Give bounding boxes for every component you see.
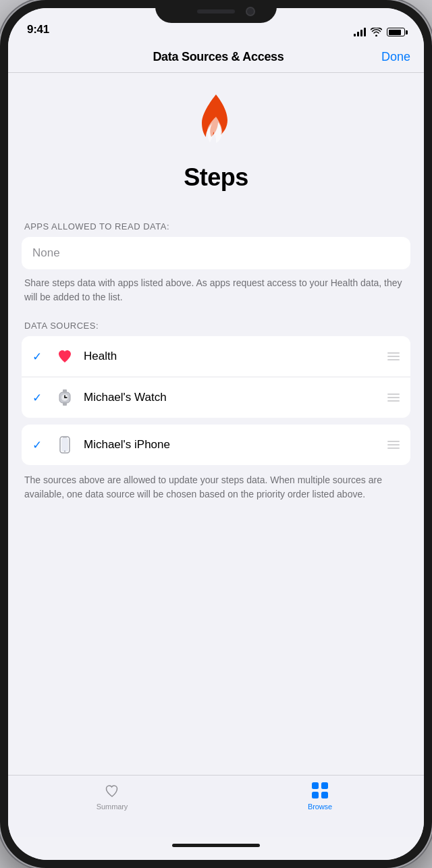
wifi-icon (371, 28, 382, 36)
phone-frame: 9:41 (0, 0, 432, 868)
signal-icon (354, 28, 366, 36)
summary-icon (103, 781, 122, 800)
battery-icon (387, 28, 405, 36)
health-drag-handle[interactable] (387, 352, 400, 360)
browse-tab-label: Browse (308, 803, 332, 811)
health-source-name: Health (84, 350, 379, 363)
tab-summary[interactable]: Summary (8, 781, 216, 811)
metric-title: Steps (184, 163, 248, 192)
apps-list-card: None (22, 237, 410, 269)
browse-icon (310, 781, 329, 800)
svg-rect-2 (63, 402, 67, 406)
done-button[interactable]: Done (381, 50, 410, 64)
iphone-source-name: Michael's iPhone (84, 438, 379, 452)
apps-description: Share steps data with apps listed above.… (22, 269, 410, 304)
iphone-checkmark: ✓ (32, 438, 46, 452)
camera (246, 7, 255, 16)
health-checkmark: ✓ (32, 350, 46, 364)
home-indicator-area (8, 837, 424, 860)
watch-icon-wrapper (54, 387, 76, 408)
sources-gap (22, 418, 410, 425)
svg-rect-11 (321, 782, 328, 789)
svg-rect-7 (61, 438, 68, 452)
data-sources-section: DATA SOURCES: ✓ Health (8, 304, 424, 515)
svg-rect-9 (63, 437, 67, 438)
speaker (197, 9, 235, 13)
nav-title: Data Sources & Access (153, 50, 284, 64)
source-health-row: ✓ Health (22, 336, 410, 377)
svg-rect-12 (312, 792, 319, 798)
none-item: None (22, 237, 410, 269)
nav-header: Data Sources & Access Done (8, 42, 424, 73)
sources-group-1: ✓ Health (22, 336, 410, 418)
svg-rect-13 (321, 792, 328, 798)
tab-browse[interactable]: Browse (216, 781, 424, 811)
watch-checkmark: ✓ (32, 391, 46, 405)
health-icon-wrapper (54, 346, 76, 367)
flame-icon (192, 93, 240, 154)
hero-section: Steps (8, 73, 424, 208)
notch (155, 0, 277, 23)
none-value: None (32, 246, 60, 260)
summary-tab-label: Summary (97, 803, 128, 811)
source-iphone-card: ✓ Michael's iPhone (22, 425, 410, 465)
svg-rect-1 (63, 389, 67, 393)
svg-point-8 (64, 451, 65, 452)
data-sources-label: DATA SOURCES: (22, 321, 410, 331)
screen: 9:41 (8, 8, 424, 860)
watch-source-name: Michael's Watch (84, 391, 379, 404)
watch-drag-handle[interactable] (387, 394, 400, 402)
iphone-icon-wrapper (54, 434, 76, 456)
watch-icon (57, 389, 72, 406)
tab-bar: Summary Browse (8, 775, 424, 837)
apps-allowed-section: APPS ALLOWED TO READ DATA: None Share st… (8, 208, 424, 304)
heart-icon (57, 348, 73, 364)
svg-rect-10 (312, 782, 319, 789)
content-scroll[interactable]: Steps APPS ALLOWED TO READ DATA: None Sh… (8, 73, 424, 775)
sources-description: The sources above are allowed to update … (22, 465, 410, 515)
apps-section-label: APPS ALLOWED TO READ DATA: (22, 221, 410, 232)
iphone-drag-handle[interactable] (387, 441, 400, 449)
iphone-icon (59, 436, 70, 454)
home-bar (172, 844, 260, 847)
status-icons (354, 28, 405, 36)
status-time: 9:41 (27, 23, 49, 36)
source-watch-row: ✓ Michael's Watch (22, 377, 410, 418)
